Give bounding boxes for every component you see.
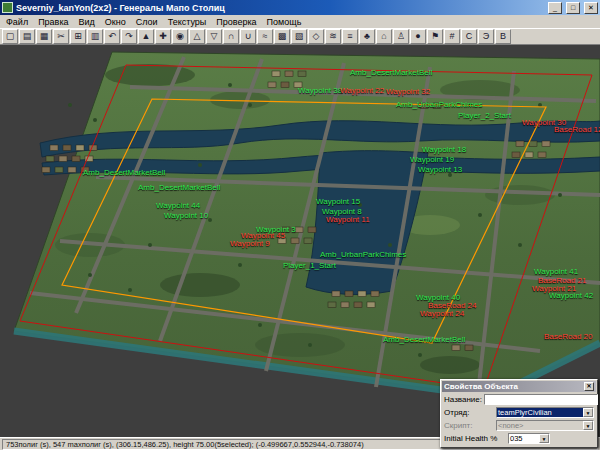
team-select[interactable]: teamPlyrCivilian ▼ [496,407,594,418]
close-icon[interactable]: ✕ [584,382,594,391]
raise-terrain-icon[interactable]: △ [189,29,205,44]
team-selected-value: teamPlyrCivilian [497,408,583,417]
script-label: Скрипт: [444,421,494,430]
map-label-waypoint-9[interactable]: Waypoint 9 [230,240,270,248]
menu-item-Окно[interactable]: Окно [100,17,131,27]
map-label-waypoint-22[interactable]: Waypoint 22 [340,87,384,95]
building-icon[interactable]: ⌂ [376,29,392,44]
map-label-waypoint-10[interactable]: Waypoint 10 [164,212,208,220]
map-label-baseroad-20[interactable]: BaseRoad 20 [544,333,592,341]
water-icon[interactable]: ≋ [325,29,341,44]
map-label-baseroad-12[interactable]: BaseRoad 12 [554,126,600,134]
save-icon[interactable]: ▦ [36,29,52,44]
map-label-player_1_start[interactable]: Player_1_Start [283,262,336,270]
script-selected-value: <none> [497,421,583,430]
initial-health-value: 035 [509,434,539,443]
tree-icon[interactable]: ♣ [359,29,375,44]
letter-e-icon[interactable]: Э [478,29,494,44]
paste-icon[interactable]: ▥ [87,29,103,44]
map-label-waypoint-42[interactable]: Waypoint 42 [549,292,593,300]
redo-icon[interactable]: ↷ [121,29,137,44]
window-title: Severniy_kanYon(2x2) - Генералы Мапо Сто… [16,3,544,13]
team-label: Отряд: [444,408,494,417]
unit-icon[interactable]: ♙ [393,29,409,44]
road-icon[interactable]: ≡ [342,29,358,44]
cut-icon[interactable]: ✂ [53,29,69,44]
lower-terrain-icon[interactable]: ▽ [206,29,222,44]
close-button[interactable]: ✕ [584,2,598,14]
menu-item-Слои[interactable]: Слои [131,17,163,27]
map-label-amb_desertmarketbell[interactable]: Amb_DesertMarketBell [83,169,165,177]
mound-icon[interactable]: ∩ [223,29,239,44]
new-icon[interactable]: ▢ [2,29,18,44]
map-label-waypoint-44[interactable]: Waypoint 44 [156,202,200,210]
map-label-amb_desertmarketbell[interactable]: Amb_DesertMarketBell [383,336,465,344]
chevron-down-icon[interactable]: ▼ [539,434,549,443]
select-icon[interactable]: ▲ [138,29,154,44]
map-label-waypoint-11[interactable]: Waypoint 11 [326,216,370,224]
maximize-button[interactable]: □ [566,2,580,14]
flag-icon[interactable]: ⚑ [427,29,443,44]
menu-item-Помощь[interactable]: Помощь [262,17,307,27]
letter-c-icon[interactable]: C [461,29,477,44]
menu-item-Правка[interactable]: Правка [33,17,73,27]
menu-item-Проверка[interactable]: Проверка [211,17,261,27]
toolbar: ▢▤▦✂⊞▥↶↷▲✚◉△▽∩∪≈▩▧◇≋≡♣⌂♙●⚑#CЭB [0,28,600,45]
initial-health-label: Initial Health % [444,434,506,443]
map-label-waypoint-15[interactable]: Waypoint 15 [316,198,360,206]
chevron-down-icon[interactable]: ▼ [583,408,593,417]
dig-icon[interactable]: ∪ [240,29,256,44]
map-label-waypoint-32[interactable]: Waypoint 32 [386,88,430,96]
eyedropper-icon[interactable]: ◇ [308,29,324,44]
menu-bar: ФайлПравкаВидОкноСлоиТекстурыПроверкаПом… [0,15,600,28]
object-properties-dialog: Свойства Объекта ✕ Название: Отряд: team… [440,379,598,448]
tile-icon[interactable]: ▧ [291,29,307,44]
texture-icon[interactable]: ▩ [274,29,290,44]
chevron-down-icon: ▼ [583,421,593,430]
minimize-button[interactable]: _ [548,2,562,14]
waypoint-icon[interactable]: ● [410,29,426,44]
app-icon [2,2,13,13]
dialog-title: Свойства Объекта [444,382,584,391]
smooth-icon[interactable]: ≈ [257,29,273,44]
map-label-waypoint-41[interactable]: Waypoint 41 [534,268,578,276]
map-label-amb_desertmarketbell[interactable]: Amb_DesertMarketBell [138,184,220,192]
zoom-icon[interactable]: ◉ [172,29,188,44]
map-label-player_2_start[interactable]: Player_2_Start [458,112,511,120]
map-label-amb_urbanparkchimes[interactable]: Amb_UrbanParkChimes [320,251,406,259]
name-input[interactable] [484,394,598,405]
initial-health-select[interactable]: 035 ▼ [508,433,550,444]
move-camera-icon[interactable]: ✚ [155,29,171,44]
open-icon[interactable]: ▤ [19,29,35,44]
window-titlebar[interactable]: Severniy_kanYon(2x2) - Генералы Мапо Сто… [0,0,600,15]
map-label-waypoint-24[interactable]: Waypoint 24 [420,310,464,318]
map-label-amb_urbanparkchimes[interactable]: Amb_UrbanParkChimes [396,101,482,109]
dialog-titlebar[interactable]: Свойства Объекта ✕ [442,381,596,392]
grid-icon[interactable]: # [444,29,460,44]
map-label-waypoint-13[interactable]: Waypoint 13 [418,166,462,174]
map-label-waypoint-18[interactable]: Waypoint 18 [422,146,466,154]
letter-b-icon[interactable]: B [495,29,511,44]
map-label-waypoint-38[interactable]: Waypoint 38 [298,87,342,95]
menu-item-Вид[interactable]: Вид [74,17,100,27]
copy-icon[interactable]: ⊞ [70,29,86,44]
map-label-waypoint-19[interactable]: Waypoint 19 [410,156,454,164]
name-label: Название: [444,395,482,404]
menu-item-Файл[interactable]: Файл [1,17,33,27]
map-label-amb_desertmarketbell[interactable]: Amb_DesertMarketBell [350,69,432,77]
undo-icon[interactable]: ↶ [104,29,120,44]
script-select: <none> ▼ [496,420,594,431]
menu-item-Текстуры[interactable]: Текстуры [163,17,212,27]
